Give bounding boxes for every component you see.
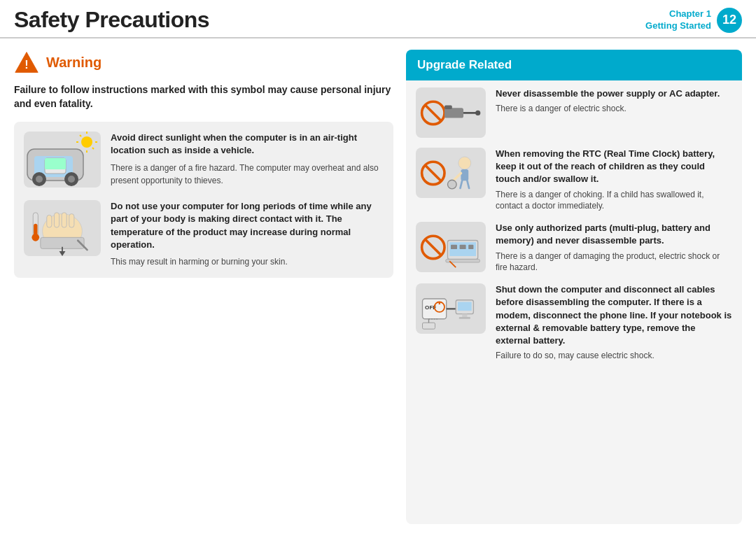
rtc-battery-text: When removing the RTC (Real Time Clock) … bbox=[496, 148, 732, 212]
svg-rect-60 bbox=[423, 323, 435, 329]
upgrade-item-rtc-battery: When removing the RTC (Real Time Clock) … bbox=[416, 148, 732, 212]
svg-rect-45 bbox=[449, 242, 476, 256]
authorized-parts-desc: There is a danger of damaging the produc… bbox=[496, 251, 732, 274]
svg-rect-8 bbox=[45, 158, 66, 169]
svg-rect-33 bbox=[444, 105, 452, 108]
page-badge: 12 bbox=[717, 8, 742, 33]
contact-illustration bbox=[24, 200, 101, 256]
upgrade-item-shutdown: OFF bbox=[416, 283, 732, 362]
svg-point-4 bbox=[36, 176, 43, 183]
shutdown-text: Shut down the computer and disconnect al… bbox=[496, 283, 732, 362]
chapter-text: Chapter 1 Getting Started bbox=[645, 8, 711, 32]
svg-rect-17 bbox=[47, 216, 52, 228]
svg-rect-47 bbox=[451, 245, 457, 249]
svg-rect-20 bbox=[69, 214, 74, 228]
svg-line-29 bbox=[425, 104, 441, 120]
chapter-info: Chapter 1 Getting Started 12 bbox=[645, 8, 742, 33]
svg-line-43 bbox=[425, 239, 441, 255]
svg-point-9 bbox=[81, 136, 92, 148]
contact-text: Do not use your computer for long period… bbox=[111, 200, 384, 268]
svg-rect-49 bbox=[468, 245, 473, 249]
svg-line-35 bbox=[425, 164, 441, 181]
rtc-battery-title: When removing the RTC (Real Time Clock) … bbox=[496, 148, 732, 186]
warning-item-contact: Do not use your computer for long period… bbox=[24, 200, 384, 268]
contact-image bbox=[24, 200, 101, 256]
right-panel: Upgrade Related N bbox=[406, 50, 742, 524]
upgrade-item-authorized-parts: Use only authorized parts (multi-plug, b… bbox=[416, 222, 732, 274]
svg-line-14 bbox=[80, 135, 81, 136]
svg-rect-57 bbox=[458, 302, 472, 311]
warning-label: Warning bbox=[46, 55, 102, 71]
page-header: Safety Precautions Chapter 1 Getting Sta… bbox=[0, 0, 756, 38]
shutdown-desc: Failure to do so, may cause electric sho… bbox=[496, 350, 732, 362]
warning-triangle-icon: ! bbox=[14, 50, 39, 75]
warning-info-card: Avoid direct sunlight when the computer … bbox=[14, 122, 393, 278]
main-content: ! Warning Failure to follow instructions… bbox=[0, 38, 756, 531]
sunlight-text: Avoid direct sunlight when the computer … bbox=[111, 132, 384, 186]
left-panel: ! Warning Failure to follow instructions… bbox=[14, 50, 406, 524]
power-supply-title: Never disassemble the power supply or AC… bbox=[496, 87, 732, 100]
upgrade-header: Upgrade Related bbox=[406, 50, 742, 80]
power-supply-image bbox=[416, 87, 486, 138]
upgrade-item-power-supply: Never disassemble the power supply or AC… bbox=[416, 87, 732, 138]
svg-rect-30 bbox=[444, 108, 463, 118]
svg-line-15 bbox=[92, 148, 94, 149]
rtc-battery-illustration bbox=[419, 150, 482, 196]
sunlight-image bbox=[24, 132, 101, 188]
svg-rect-59 bbox=[459, 317, 470, 319]
shutdown-illustration: OFF bbox=[419, 286, 482, 332]
svg-point-39 bbox=[448, 180, 457, 189]
authorized-parts-title: Use only authorized parts (multi-plug, b… bbox=[496, 222, 732, 247]
svg-rect-58 bbox=[462, 313, 467, 316]
rtc-battery-desc: There is a danger of choking. If a child… bbox=[496, 189, 732, 213]
warning-description: Failure to follow instructions marked wi… bbox=[14, 83, 393, 111]
svg-rect-19 bbox=[62, 213, 66, 227]
power-supply-illustration bbox=[419, 90, 482, 136]
sunlight-illustration bbox=[24, 132, 101, 188]
svg-rect-37 bbox=[461, 169, 468, 181]
svg-line-40 bbox=[460, 181, 462, 188]
shutdown-image: OFF bbox=[416, 283, 486, 334]
upgrade-items-list: Never disassemble the power supply or AC… bbox=[406, 80, 742, 369]
power-supply-text: Never disassemble the power supply or AC… bbox=[496, 87, 732, 115]
sunlight-title: Avoid direct sunlight when the computer … bbox=[111, 132, 384, 157]
authorized-parts-text: Use only authorized parts (multi-plug, b… bbox=[496, 222, 732, 274]
svg-line-41 bbox=[467, 181, 469, 188]
svg-rect-48 bbox=[460, 245, 466, 249]
svg-point-6 bbox=[68, 176, 75, 183]
contact-title: Do not use your computer for long period… bbox=[111, 200, 384, 251]
shutdown-title: Shut down the computer and disconnect al… bbox=[496, 283, 732, 347]
svg-text:!: ! bbox=[24, 58, 28, 71]
svg-rect-18 bbox=[54, 213, 59, 227]
svg-point-24 bbox=[31, 234, 39, 241]
svg-point-32 bbox=[475, 110, 480, 115]
warning-item-sunlight: Avoid direct sunlight when the computer … bbox=[24, 132, 384, 188]
power-supply-desc: There is a danger of electric shock. bbox=[496, 103, 732, 115]
svg-marker-26 bbox=[59, 251, 66, 256]
authorized-parts-image bbox=[416, 222, 486, 272]
contact-desc: This may result in harming or burning yo… bbox=[111, 255, 384, 268]
warning-header: ! Warning bbox=[14, 50, 393, 75]
authorized-parts-illustration bbox=[419, 225, 482, 270]
sunlight-desc: There is a danger of a fire hazard. The … bbox=[111, 162, 384, 187]
svg-point-36 bbox=[458, 157, 471, 169]
page-title: Safety Precautions bbox=[14, 7, 209, 33]
rtc-battery-image bbox=[416, 148, 486, 198]
